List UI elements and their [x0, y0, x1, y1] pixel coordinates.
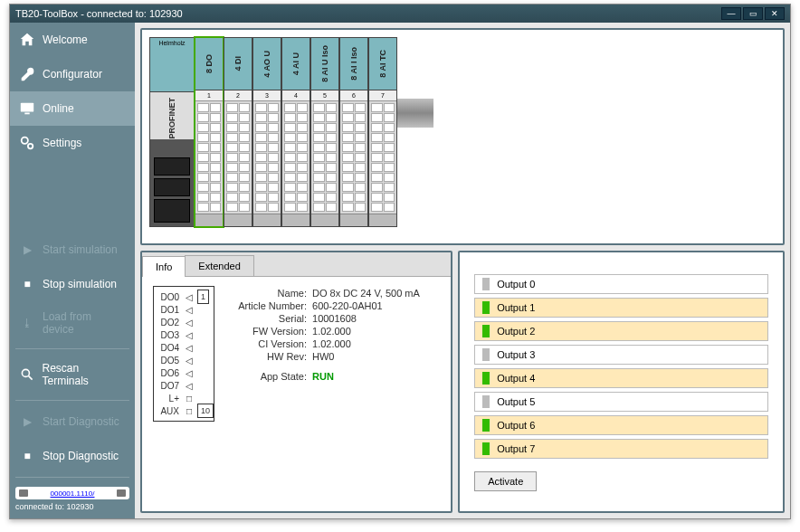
pin-number: 1	[197, 290, 209, 304]
sidebar-item-configurator[interactable]: Configurator	[10, 57, 135, 91]
bus-coupler[interactable]: Helmholz PROFINET	[149, 37, 195, 227]
app-state-value: RUN	[312, 371, 334, 382]
output-led	[482, 419, 490, 432]
module-label: 8 AI I Iso	[349, 47, 358, 81]
coupler-brand: Helmholz	[150, 38, 194, 92]
pin-label: DO0	[156, 292, 183, 302]
pin-label: DO5	[156, 356, 183, 366]
io-module[interactable]: 4 DI2	[224, 37, 252, 227]
rescan-terminals-button[interactable]: Rescan Terminals	[10, 353, 135, 396]
close-button[interactable]: ✕	[765, 7, 785, 20]
output-led	[482, 301, 490, 314]
start-diagnostic-button: ▶ Start Diagnostic	[10, 404, 135, 439]
prop-value: 10001608	[312, 313, 357, 324]
sidebar-item-label: Online	[43, 102, 74, 115]
minimize-button[interactable]: —	[721, 7, 741, 20]
slot-number: 2	[224, 90, 252, 101]
prop-value: DO 8x DC 24 V, 500 mA	[312, 288, 420, 299]
svg-point-3	[28, 144, 33, 148]
action-label: Start simulation	[43, 243, 118, 256]
title-bar: TB20-ToolBox - connected to: 102930 — ▭ …	[10, 5, 790, 23]
app-window: TB20-ToolBox - connected to: 102930 — ▭ …	[9, 4, 791, 519]
sidebar-item-welcome[interactable]: Welcome	[10, 23, 135, 57]
output-label: Output 4	[497, 373, 535, 384]
output-toggle[interactable]: Output 7	[474, 439, 768, 459]
slot-number: 7	[369, 90, 396, 101]
output-label: Output 3	[497, 349, 535, 360]
pin-label: DO7	[156, 381, 183, 391]
prop-key: Article Number:	[231, 300, 312, 311]
output-label: Output 5	[497, 396, 535, 407]
info-body: DO0◁1DO1◁DO2◁DO3◁DO4◁DO5◁DO6◁DO7◁L+□AUX□…	[142, 277, 451, 511]
lower-panels: Info Extended DO0◁1DO1◁DO2◁DO3◁DO4◁DO5◁D…	[140, 251, 785, 513]
output-label: Output 7	[497, 443, 535, 454]
pin-label: DO6	[156, 368, 183, 378]
pin-label: DO1	[156, 305, 183, 315]
connection-status: 000001.1110/ connected to: 102930	[10, 481, 135, 518]
io-module[interactable]: 8 DO1	[195, 37, 224, 227]
prop-key: Serial:	[231, 313, 312, 324]
monitor-icon	[19, 100, 35, 117]
window-body: Welcome Configurator Online Settings ▶ S…	[10, 23, 790, 518]
output-toggle[interactable]: Output 4	[474, 368, 768, 388]
output-label: Output 6	[497, 420, 535, 431]
output-toggle[interactable]: Output 6	[474, 415, 768, 435]
stop-diagnostic-button[interactable]: ■ Stop Diagnostic	[10, 439, 135, 473]
io-module[interactable]: 4 AI U4	[281, 37, 310, 227]
io-module[interactable]: 8 AI U Iso5	[310, 37, 339, 227]
usb-connection-bar[interactable]: 000001.1110/	[15, 487, 129, 499]
prop-value: 1.02.000	[312, 338, 351, 349]
module-label: 8 DO	[205, 54, 214, 73]
rack-view-panel: Helmholz PROFINET 8 DO14 DI24 AO U34 AI …	[140, 28, 785, 245]
prop-value: 1.02.000	[312, 326, 351, 337]
output-toggle[interactable]: Output 3	[474, 345, 768, 365]
output-label: Output 1	[497, 302, 535, 313]
output-label: Output 0	[497, 279, 535, 290]
io-module[interactable]: 4 AO U3	[252, 37, 281, 227]
output-led	[482, 278, 490, 290]
module-label: 8 AI TC	[378, 50, 387, 78]
sidebar-item-settings[interactable]: Settings	[10, 126, 135, 160]
svg-point-2	[22, 138, 28, 144]
output-led	[482, 442, 490, 455]
action-label: Stop Diagnostic	[43, 450, 119, 462]
coupler-label: PROFINET	[167, 98, 176, 139]
action-label: Load from device	[43, 310, 126, 336]
output-toggle[interactable]: Output 2	[474, 321, 768, 341]
output-toggle[interactable]: Output 0	[474, 274, 768, 294]
sidebar-item-online[interactable]: Online	[10, 91, 135, 126]
usb-icon	[117, 489, 126, 497]
pin-label: AUX	[156, 406, 183, 416]
home-icon	[19, 32, 35, 48]
prop-key: FW Version:	[231, 326, 312, 337]
slot-number: 3	[253, 90, 281, 101]
sidebar-item-label: Settings	[43, 137, 81, 149]
output-label: Output 2	[497, 326, 535, 337]
activate-button[interactable]: Activate	[474, 471, 537, 491]
output-led	[482, 372, 490, 385]
slot-number: 4	[282, 90, 310, 101]
pin-label: L+	[156, 394, 183, 404]
maximize-button[interactable]: ▭	[743, 7, 763, 20]
tab-extended[interactable]: Extended	[185, 255, 253, 276]
load-from-device-button: ⭳ Load from device	[10, 301, 135, 345]
output-toggle[interactable]: Output 5	[474, 392, 768, 412]
prop-key: App State:	[231, 371, 312, 382]
slot-number: 1	[195, 90, 223, 101]
prop-key: Name:	[231, 288, 312, 299]
tab-info[interactable]: Info	[142, 256, 186, 277]
stop-simulation-button[interactable]: ■ Stop simulation	[10, 267, 135, 301]
start-simulation-button: ▶ Start simulation	[10, 233, 135, 267]
outputs-panel: Output 0Output 1Output 2Output 3Output 4…	[458, 251, 785, 513]
search-icon	[19, 366, 35, 383]
window-controls: — ▭ ✕	[721, 7, 785, 20]
io-module[interactable]: 8 AI I Iso6	[339, 37, 368, 227]
slot-number: 5	[311, 90, 338, 101]
connection-link: 000001.1110/	[51, 489, 95, 498]
pin-label: DO3	[156, 330, 183, 340]
io-module[interactable]: 8 AI TC7	[368, 37, 397, 227]
sidebar-item-label: Configurator	[43, 68, 102, 81]
stop-icon: ■	[19, 448, 35, 464]
output-toggle[interactable]: Output 1	[474, 298, 768, 318]
rack: Helmholz PROFINET 8 DO14 DI24 AO U34 AI …	[149, 37, 397, 227]
